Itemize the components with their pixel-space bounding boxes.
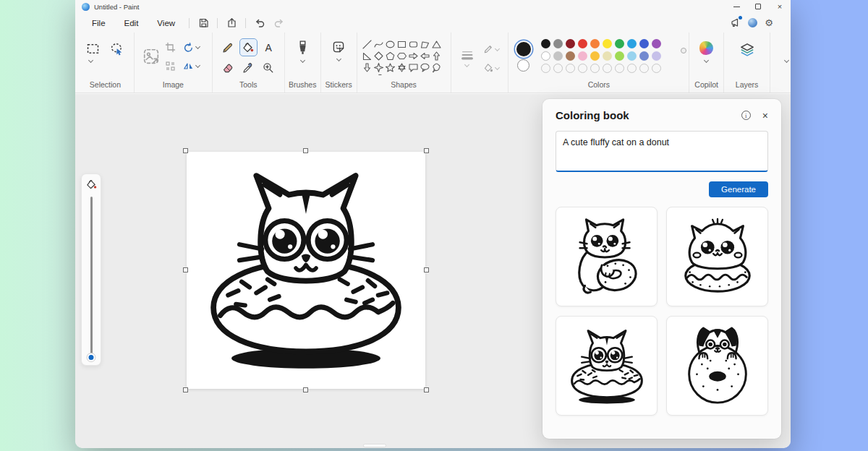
- color-swatch[interactable]: [639, 51, 649, 61]
- redo-button[interactable]: [269, 15, 288, 31]
- color-swatch[interactable]: [553, 39, 563, 48]
- shape-polygon[interactable]: [419, 38, 430, 50]
- result-thumbnail-1[interactable]: [556, 207, 658, 306]
- close-button[interactable]: ×: [769, 0, 791, 13]
- shape-right-arrow[interactable]: [407, 50, 419, 61]
- color-swatch[interactable]: [578, 51, 587, 61]
- shape-diamond[interactable]: [373, 50, 384, 61]
- custom-color-slot[interactable]: [603, 64, 612, 73]
- feedback-button[interactable]: [730, 17, 741, 28]
- foreground-color-well[interactable]: [516, 42, 531, 56]
- rotate-button[interactable]: [183, 42, 200, 53]
- shape-right-triangle[interactable]: [361, 50, 373, 61]
- shape-pentagon[interactable]: [384, 50, 396, 61]
- selection-handle-ne[interactable]: [424, 148, 429, 153]
- rect-select-icon[interactable]: [86, 42, 100, 56]
- flip-button[interactable]: [183, 61, 200, 72]
- color-swatch[interactable]: [627, 51, 637, 61]
- custom-color-slot[interactable]: [553, 64, 563, 73]
- title-bar[interactable]: Untitled - Paint ×: [75, 0, 791, 13]
- color-swatch[interactable]: [590, 51, 600, 61]
- selection-handle-nw[interactable]: [183, 148, 188, 153]
- maximize-button[interactable]: [747, 0, 769, 13]
- shape-line[interactable]: [361, 38, 373, 50]
- color-swatch[interactable]: [652, 39, 661, 48]
- shape-cloud-callout[interactable]: [430, 61, 442, 73]
- crop-icon[interactable]: [165, 42, 176, 53]
- shape-down-arrow[interactable]: [361, 61, 373, 73]
- eraser-tool[interactable]: [219, 59, 237, 77]
- shape-rectangular-callout[interactable]: [407, 61, 419, 73]
- shape-oval[interactable]: [384, 38, 396, 50]
- save-button[interactable]: [194, 15, 213, 31]
- selection-dropdown-chevron-icon[interactable]: [88, 59, 93, 64]
- ai-image-icon[interactable]: [142, 48, 160, 65]
- brush-icon[interactable]: [297, 40, 309, 55]
- selection-handle-w[interactable]: [183, 267, 188, 272]
- horizontal-scrollbar-thumb[interactable]: [363, 444, 386, 447]
- canvas[interactable]: [187, 152, 425, 389]
- fill-slider-track[interactable]: [90, 197, 93, 360]
- color-swatch[interactable]: [578, 39, 587, 48]
- shape-heart[interactable]: [361, 73, 373, 75]
- prompt-input[interactable]: A cute fluffy cat on a donut: [556, 131, 768, 172]
- color-swatch[interactable]: [615, 39, 624, 48]
- custom-color-slot[interactable]: [566, 64, 575, 73]
- selection-handle-sw[interactable]: [183, 387, 188, 392]
- shape-six-point-star[interactable]: [396, 61, 407, 73]
- layers-icon[interactable]: [740, 43, 754, 57]
- custom-color-slot[interactable]: [578, 64, 587, 73]
- shape-fill-button[interactable]: [483, 63, 500, 73]
- selection-handle-e[interactable]: [424, 267, 429, 272]
- panel-close-button[interactable]: ×: [762, 111, 768, 121]
- custom-color-slot[interactable]: [652, 64, 661, 73]
- shape-four-point-star[interactable]: [373, 61, 384, 73]
- selection-handle-s[interactable]: [303, 387, 308, 392]
- undo-button[interactable]: [250, 15, 269, 31]
- custom-color-slot[interactable]: [615, 64, 624, 73]
- shape-outline-button[interactable]: [483, 44, 500, 54]
- edit-colors-button[interactable]: [669, 49, 685, 65]
- result-thumbnail-4[interactable]: [666, 316, 768, 416]
- shape-hexagon[interactable]: [396, 50, 407, 61]
- minimize-button[interactable]: [726, 0, 747, 13]
- settings-gear-icon[interactable]: ⚙: [765, 17, 773, 28]
- info-icon[interactable]: i: [741, 111, 751, 120]
- color-swatch[interactable]: [541, 51, 550, 61]
- color-swatch[interactable]: [590, 39, 600, 48]
- free-select-icon[interactable]: [110, 42, 124, 56]
- selection-handle-se[interactable]: [424, 387, 429, 392]
- shape-left-arrow[interactable]: [419, 50, 430, 61]
- brushes-dropdown-chevron-icon[interactable]: [300, 59, 305, 64]
- selection-handle-n[interactable]: [303, 148, 308, 153]
- pencil-tool[interactable]: [219, 38, 237, 56]
- shape-rectangle[interactable]: [396, 38, 407, 50]
- color-swatch[interactable]: [603, 51, 612, 61]
- custom-color-slot[interactable]: [541, 64, 550, 73]
- magnifier-tool[interactable]: [260, 59, 278, 77]
- color-swatch[interactable]: [603, 39, 612, 48]
- color-swatch[interactable]: [627, 39, 637, 48]
- color-swatch[interactable]: [541, 39, 550, 48]
- share-button[interactable]: [222, 15, 241, 31]
- color-swatch[interactable]: [639, 39, 649, 48]
- color-swatch[interactable]: [566, 51, 575, 61]
- stickers-dropdown-chevron-icon[interactable]: [336, 57, 341, 62]
- eyedropper-tool[interactable]: [239, 59, 258, 77]
- fill-tool-selected[interactable]: [239, 38, 258, 56]
- shape-up-arrow[interactable]: [430, 50, 442, 61]
- result-thumbnail-3[interactable]: [556, 316, 658, 416]
- shape-lightning[interactable]: [373, 73, 384, 75]
- menu-edit[interactable]: Edit: [115, 17, 148, 30]
- resize-icon[interactable]: [165, 61, 176, 72]
- menu-file[interactable]: File: [82, 17, 115, 30]
- color-swatch[interactable]: [553, 51, 563, 61]
- copilot-icon[interactable]: [699, 41, 713, 55]
- copilot-globe-icon[interactable]: [748, 18, 757, 27]
- result-thumbnail-2[interactable]: [666, 207, 768, 306]
- background-color-well[interactable]: [517, 59, 529, 72]
- custom-color-slot[interactable]: [590, 64, 600, 73]
- color-swatch[interactable]: [566, 39, 575, 48]
- custom-color-slot[interactable]: [627, 64, 637, 73]
- shape-rounded-rectangle[interactable]: [407, 38, 419, 50]
